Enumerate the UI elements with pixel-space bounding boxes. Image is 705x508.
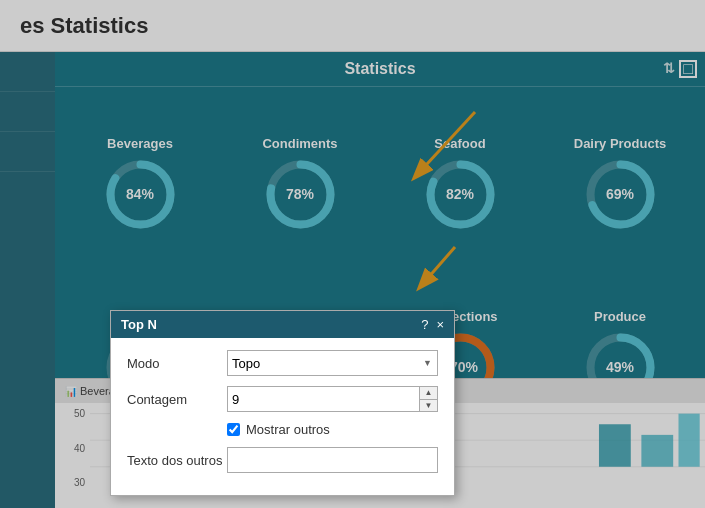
mostrar-outros-checkbox[interactable] (227, 423, 240, 436)
dialog-header-icons: ? × (421, 318, 444, 331)
modo-label: Modo (127, 356, 227, 371)
mostrar-outros-row: Mostrar outros (227, 422, 438, 437)
mostrar-outros-label: Mostrar outros (246, 422, 330, 437)
topn-dialog: Top N ? × Modo Topo Base Contagem ▲ (110, 310, 455, 496)
dialog-header: Top N ? × (111, 311, 454, 338)
contagem-row: Contagem ▲ ▼ (127, 386, 438, 412)
contagem-label: Contagem (127, 392, 227, 407)
contagem-input[interactable] (227, 386, 438, 412)
help-button[interactable]: ? (421, 318, 428, 331)
close-button[interactable]: × (436, 318, 444, 331)
texto-outros-row: Texto dos outros (127, 447, 438, 473)
modo-select-wrapper: Topo Base (227, 350, 438, 376)
dialog-title: Top N (121, 317, 157, 332)
spinner-down[interactable]: ▼ (420, 400, 437, 412)
dialog-body: Modo Topo Base Contagem ▲ ▼ Mostrar (111, 338, 454, 495)
number-spinners: ▲ ▼ (419, 387, 437, 411)
modo-select[interactable]: Topo Base (227, 350, 438, 376)
spinner-up[interactable]: ▲ (420, 387, 437, 400)
contagem-wrapper: ▲ ▼ (227, 386, 438, 412)
texto-outros-label: Texto dos outros (127, 453, 227, 468)
modo-row: Modo Topo Base (127, 350, 438, 376)
texto-outros-input[interactable] (227, 447, 438, 473)
